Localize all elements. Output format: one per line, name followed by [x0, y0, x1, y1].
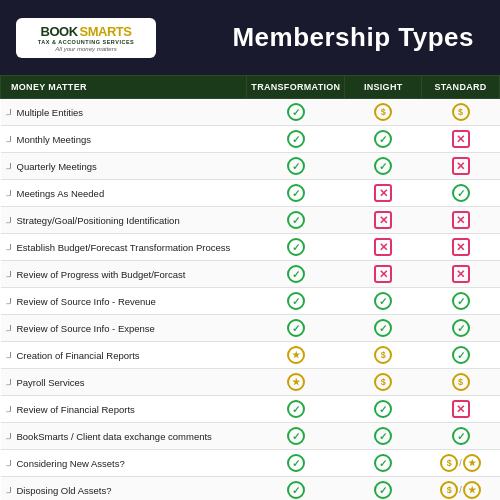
- row-label: Review of Source Info - Revenue: [1, 288, 247, 315]
- row-label: Disposing Old Assets?: [1, 477, 247, 501]
- row-transformation: ✓: [247, 450, 345, 477]
- row-standard: ✕: [422, 153, 500, 180]
- dollar-icon: $: [452, 103, 470, 121]
- col-insight: INSIGHT: [345, 76, 422, 99]
- x-icon: ✕: [452, 238, 470, 256]
- row-standard: ✕: [422, 126, 500, 153]
- row-standard: ✓: [422, 342, 500, 369]
- row-label: Creation of Financial Reports: [1, 342, 247, 369]
- row-standard: ✕: [422, 261, 500, 288]
- dollar-icon: $: [374, 346, 392, 364]
- row-transformation: ✓: [247, 234, 345, 261]
- row-label: Meetings As Needed: [1, 180, 247, 207]
- row-insight: ✕: [345, 207, 422, 234]
- x-icon: ✕: [374, 238, 392, 256]
- row-label: Quarterly Meetings: [1, 153, 247, 180]
- row-transformation: ✓: [247, 207, 345, 234]
- row-label: Establish Budget/Forecast Transformation…: [1, 234, 247, 261]
- logo-book: BOOK: [41, 24, 78, 39]
- dollar-icon: $: [374, 103, 392, 121]
- logo-box: BOOK SMARTS Tax & Accounting Services Al…: [16, 18, 156, 58]
- col-transformation: TRANSFORMATION: [247, 76, 345, 99]
- row-transformation: ✓: [247, 315, 345, 342]
- row-transformation: ★: [247, 369, 345, 396]
- table-row: Establish Budget/Forecast Transformation…: [1, 234, 500, 261]
- check-icon: ✓: [452, 184, 470, 202]
- row-transformation: ✓: [247, 153, 345, 180]
- row-transformation: ✓: [247, 396, 345, 423]
- table-row: Review of Source Info - Expense ✓ ✓ ✓: [1, 315, 500, 342]
- x-icon: ✕: [452, 400, 470, 418]
- x-icon: ✕: [452, 157, 470, 175]
- row-insight: ✕: [345, 261, 422, 288]
- row-insight: ✓: [345, 423, 422, 450]
- table-row: Creation of Financial Reports ★ $ ✓: [1, 342, 500, 369]
- row-label: BookSmarts / Client data exchange commen…: [1, 423, 247, 450]
- check-icon: ✓: [287, 265, 305, 283]
- check-icon: ✓: [287, 400, 305, 418]
- row-transformation: ✓: [247, 477, 345, 501]
- dollar-icon: $: [374, 373, 392, 391]
- table-row: Quarterly Meetings ✓ ✓ ✕: [1, 153, 500, 180]
- row-label: Review of Progress with Budget/Forcast: [1, 261, 247, 288]
- table-row: Strategy/Goal/Positioning Identification…: [1, 207, 500, 234]
- row-insight: ✓: [345, 315, 422, 342]
- check-icon: ✓: [287, 130, 305, 148]
- check-icon: ✓: [374, 400, 392, 418]
- row-transformation: ✓: [247, 126, 345, 153]
- check-icon: ✓: [287, 481, 305, 499]
- row-label: Considering New Assets?: [1, 450, 247, 477]
- x-icon: ✕: [374, 211, 392, 229]
- col-money-matter: MONEY MATTER: [1, 76, 247, 99]
- row-standard: ✓: [422, 288, 500, 315]
- x-icon: ✕: [374, 265, 392, 283]
- row-insight: ✓: [345, 396, 422, 423]
- table-row: Payroll Services ★ $ $: [1, 369, 500, 396]
- table-row: Disposing Old Assets? ✓ ✓ $/★: [1, 477, 500, 501]
- membership-table: MONEY MATTER TRANSFORMATION INSIGHT STAN…: [0, 75, 500, 500]
- check-icon: ✓: [452, 427, 470, 445]
- row-standard: ✕: [422, 396, 500, 423]
- row-insight: $: [345, 99, 422, 126]
- table-row: Meetings As Needed ✓ ✕ ✓: [1, 180, 500, 207]
- row-transformation: ✓: [247, 288, 345, 315]
- logo-smarts: SMARTS: [80, 24, 132, 39]
- header: BOOK SMARTS Tax & Accounting Services Al…: [0, 0, 500, 75]
- row-standard: ✕: [422, 234, 500, 261]
- check-icon: ✓: [287, 427, 305, 445]
- row-standard: ✕: [422, 207, 500, 234]
- check-icon: ✓: [287, 319, 305, 337]
- check-icon: ✓: [452, 346, 470, 364]
- row-standard: ✓: [422, 315, 500, 342]
- check-icon: ✓: [287, 184, 305, 202]
- row-insight: $: [345, 342, 422, 369]
- row-transformation: ✓: [247, 180, 345, 207]
- row-label: Multiple Entities: [1, 99, 247, 126]
- row-standard: $/★: [422, 450, 500, 477]
- row-transformation: ✓: [247, 99, 345, 126]
- table-header-row: MONEY MATTER TRANSFORMATION INSIGHT STAN…: [1, 76, 500, 99]
- check-icon: ✓: [452, 319, 470, 337]
- page-title: Membership Types: [232, 22, 474, 53]
- check-icon: ✓: [287, 211, 305, 229]
- check-icon: ✓: [287, 157, 305, 175]
- check-icon: ✓: [374, 157, 392, 175]
- row-insight: ✕: [345, 180, 422, 207]
- check-icon: ✓: [287, 238, 305, 256]
- table-row: Monthly Meetings ✓ ✓ ✕: [1, 126, 500, 153]
- row-label: Review of Financial Reports: [1, 396, 247, 423]
- row-insight: $: [345, 369, 422, 396]
- row-insight: ✓: [345, 153, 422, 180]
- check-icon: ✓: [374, 319, 392, 337]
- row-standard: $: [422, 99, 500, 126]
- logo-subtitle: Tax & Accounting Services: [38, 39, 134, 45]
- check-icon: ✓: [452, 292, 470, 310]
- star-icon: ★: [287, 373, 305, 391]
- table-row: Review of Financial Reports ✓ ✓ ✕: [1, 396, 500, 423]
- check-icon: ✓: [374, 454, 392, 472]
- row-standard: $: [422, 369, 500, 396]
- x-icon: ✕: [374, 184, 392, 202]
- check-icon: ✓: [374, 481, 392, 499]
- combo-icon: $/★: [440, 481, 481, 499]
- table-row: Multiple Entities ✓ $ $: [1, 99, 500, 126]
